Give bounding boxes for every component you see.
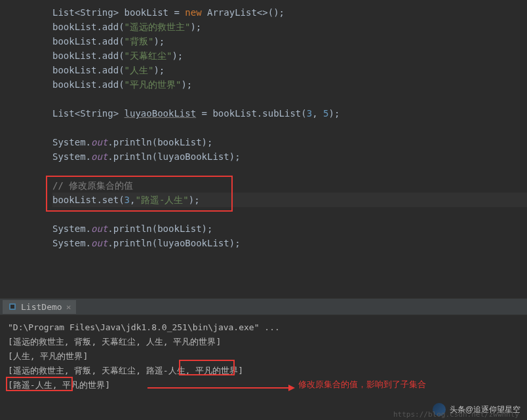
code-line	[52, 121, 527, 135]
highlight-box-output1	[179, 360, 235, 375]
code-line: bookList.add("人生");	[52, 63, 527, 77]
code-line: System.out.println(bookList);	[52, 221, 527, 236]
code-line	[52, 92, 527, 106]
console-line: [遥远的救世主, 背叛, 天幕红尘, 人生, 平凡的世界]	[8, 335, 519, 349]
watermark-url: https://blog.csdn.net/zwwhnly	[393, 410, 519, 419]
code-line: System.out.println(luyaoBookList);	[52, 236, 527, 250]
svg-rect-1	[10, 305, 14, 309]
code-editor[interactable]: List<String> bookList = new ArrayList<>(…	[0, 0, 527, 298]
highlight-box-code	[46, 176, 233, 212]
tab-listdemo[interactable]: ListDemo ×	[3, 300, 76, 314]
arrow-icon	[147, 384, 295, 392]
close-icon[interactable]: ×	[66, 302, 71, 312]
console-line: [人生, 平凡的世界]	[8, 349, 519, 364]
tab-label: ListDemo	[21, 302, 62, 312]
console-tab-bar: ListDemo ×	[0, 298, 527, 315]
code-line: System.out.println(bookList);	[52, 135, 527, 149]
console-line: "D:\Program Files\Java\jdk1.8.0_251\bin\…	[8, 320, 519, 335]
code-line: bookList.add("遥远的救世主");	[52, 20, 527, 34]
code-line: bookList.add("平凡的世界");	[52, 77, 527, 92]
code-line: List<String> luyaoBookList = bookList.su…	[52, 106, 527, 121]
highlight-box-output2	[6, 377, 73, 391]
console-line: [遥远的救世主, 背叛, 天幕红尘, 路遥-人生, 平凡的世界]	[8, 364, 519, 378]
code-line: bookList.add("天幕红尘");	[52, 48, 527, 63]
run-icon	[8, 302, 17, 311]
annotation-text: 修改原集合的值，影响到了子集合	[298, 379, 426, 391]
code-line: bookList.add("背叛");	[52, 34, 527, 48]
code-line: List<String> bookList = new ArrayList<>(…	[52, 5, 527, 20]
code-line: System.out.println(luyaoBookList);	[52, 149, 527, 164]
svg-marker-3	[288, 385, 295, 391]
